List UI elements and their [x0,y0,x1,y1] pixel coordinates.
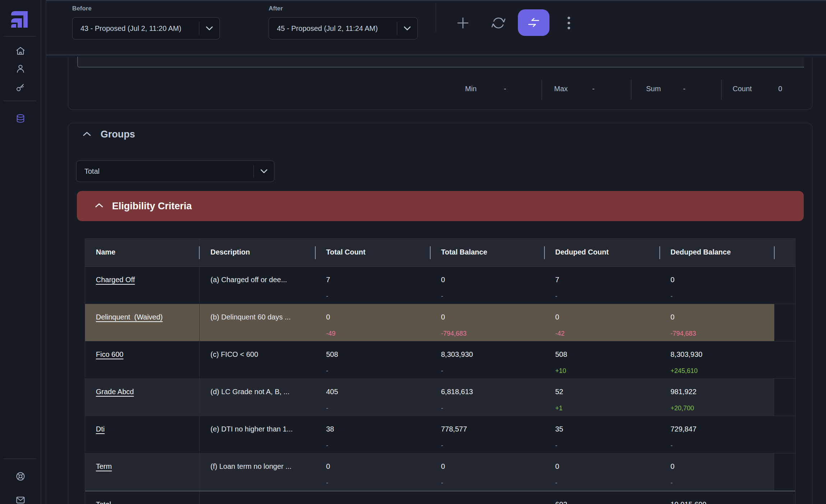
stat-min-value: - [504,85,506,93]
table-row: Fico 600(c) FICO < 600508-8,303,930-508+… [85,341,795,379]
cell-delta: - [441,367,544,375]
cell-delta: +20,700 [670,404,774,412]
cell-delta: -794,683 [441,329,544,338]
topbar-bottom-border [46,54,826,56]
cell-delta: - [555,292,660,300]
life-buoy-icon[interactable] [15,471,26,482]
cell-delta: -49 [326,329,430,338]
cell-delta: - [555,479,660,487]
column-header-description[interactable]: Description [200,239,315,266]
row-value-cell: 508+10 [544,341,660,378]
row-name-link[interactable]: Delinquent (Waived) [96,313,163,321]
compare-toolbar: Before 43 - Proposed (Jul 2, 11:20 AM) A… [46,0,826,55]
total-row-total-count [315,491,430,504]
cell-value: 405 [326,387,430,396]
table-body: Charged Off(a) Charged off or dee...7-0-… [85,267,795,504]
row-value-cell: 0-794,683 [660,304,774,341]
row-value-cell: 0-42 [544,304,660,341]
compare-button[interactable] [518,9,549,36]
group-select-value: Total [76,167,254,176]
refresh-button[interactable] [489,14,508,32]
group-select[interactable]: Total [76,160,274,182]
row-value-cell: 7- [544,267,660,304]
cell-value: 7 [326,275,430,284]
mail-icon[interactable] [15,495,26,504]
groups-collapse-toggle[interactable]: Groups [83,129,135,140]
cell-delta: - [441,479,544,487]
column-header-deduped-balance[interactable]: Deduped Balance [660,239,774,266]
row-description: (a) Charged off or dee... [210,276,287,284]
row-value-cell: 7- [315,267,430,304]
chevron-up-icon [83,131,91,138]
home-icon[interactable] [15,46,26,56]
table-row: Dti(e) DTI no higher than 1...38-778,577… [85,416,795,453]
database-icon[interactable] [15,113,26,124]
total-row-deduped-balance: 10,015,699 [660,491,774,504]
after-select-value: 45 - Proposed (Jul 2, 11:24 AM) [269,24,397,33]
cell-value: 0 [326,313,430,321]
cell-value: 0 [441,313,544,321]
app-logo[interactable] [8,8,28,28]
add-button[interactable] [454,14,472,32]
cell-value: 7 [555,275,660,284]
cell-value: 0 [555,313,660,321]
user-icon[interactable] [15,63,26,74]
column-header-total-balance[interactable]: Total Balance [430,239,544,266]
row-description: (f) Loan term no longer ... [210,462,292,470]
row-description: (e) DTI no higher than 1... [210,425,293,433]
row-description: (d) LC Grade not A, B, ... [210,388,289,396]
cell-value: 0 [326,462,430,471]
table-row: Delinquent (Waived)(b) Delinquent 60 day… [85,304,795,341]
after-select[interactable]: 45 - Proposed (Jul 2, 11:24 AM) [269,17,418,39]
eligibility-criteria-header[interactable]: Eligibility Criteria [77,191,804,221]
row-description: (c) FICO < 600 [210,350,258,358]
row-value-cell: 0-794,683 [430,304,544,341]
row-value-cell: 8,303,930- [430,341,544,378]
row-name-link[interactable]: Grade Abcd [96,388,134,396]
table-total-row: Total60210,015,699 [85,491,795,504]
total-row-deduped-count: 602 [544,491,660,504]
column-header-total-count[interactable]: Total Count [315,239,430,266]
row-value-cell: 0- [315,453,430,490]
cell-value: 729,847 [670,425,774,433]
row-value-cell: 6,818,613- [430,379,544,416]
row-value-cell: 0- [544,453,660,490]
more-options-button[interactable] [560,14,578,32]
table-row: Charged Off(a) Charged off or dee...7-0-… [85,267,795,304]
cell-delta: - [326,292,430,300]
row-name-link[interactable]: Term [96,462,112,470]
column-header-deduped-count[interactable]: Deduped Count [544,239,660,266]
before-select-value: 43 - Proposed (Jul 2, 11:20 AM) [73,24,199,33]
table-row: Grade Abcd(d) LC Grade not A, B, ...405-… [85,379,795,416]
stat-sum-label: Sum [646,85,661,93]
cell-delta: - [670,479,774,487]
cell-delta: +245,610 [670,367,774,375]
after-label: After [269,5,283,12]
row-name-link[interactable]: Dti [96,425,105,433]
chevron-down-icon [254,169,274,174]
row-value-cell: 508- [315,341,430,378]
cell-delta: -42 [555,329,660,338]
row-description: (b) Delinquent 60 days ... [210,313,291,321]
cell-delta: - [441,404,544,412]
cell-delta: - [326,367,430,375]
cell-value: 0 [441,275,544,284]
before-select[interactable]: 43 - Proposed (Jul 2, 11:20 AM) [72,17,220,39]
sidebar-divider [3,36,36,37]
row-value-cell: 405- [315,379,430,416]
stat-max-value: - [592,85,595,93]
row-name-link[interactable]: Fico 600 [96,350,124,358]
row-value-cell: 981,922+20,700 [660,379,774,416]
column-header-name[interactable]: Name [85,239,200,266]
cell-value: 8,303,930 [441,350,544,359]
toolbar-divider [436,3,436,32]
row-value-cell: 8,303,930+245,610 [660,341,774,378]
cell-value: 52 [555,387,660,396]
row-name-link[interactable]: Charged Off [96,276,135,284]
cell-value: 0 [670,462,774,471]
key-icon[interactable] [15,82,26,93]
clipped-panel-edge [77,57,804,67]
cell-value: 0 [441,462,544,471]
cell-delta: - [326,441,430,450]
cell-value: 6,818,613 [441,387,544,396]
